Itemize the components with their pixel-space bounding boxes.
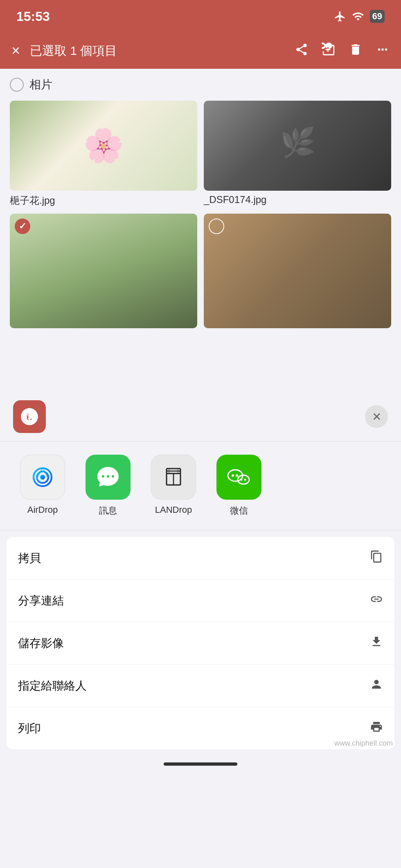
share-app-landrop[interactable]: LANDrop [141,455,206,517]
share-link-icon [370,593,383,609]
photo-thumb-1 [10,101,197,191]
delete-button[interactable] [349,43,363,59]
status-time: 15:53 [16,9,50,24]
copy-label: 拷貝 [18,550,41,566]
svg-point-17 [232,474,234,477]
status-bar: 15:53 69 [0,0,401,33]
svg-point-21 [244,479,246,481]
share-source-row: ✕ [0,389,401,442]
messages-label: 訊息 [99,505,117,517]
photo-item-4[interactable] [204,214,391,328]
airplane-icon [334,10,346,23]
share-close-button[interactable]: ✕ [365,405,388,428]
home-indicator [0,758,401,769]
battery-indicator: 69 [370,10,385,23]
add-to-album-button[interactable] [322,43,336,59]
print-icon [370,720,383,736]
share-link-label: 分享連結 [18,593,64,609]
assign-contact-icon [370,678,383,694]
share-app-airdrop[interactable]: AirDrop [10,455,75,517]
svg-point-20 [241,479,243,481]
watermark: www.chiphell.com [334,739,393,748]
toolbar: × 已選取 1 個項目 [0,33,401,69]
section-header: 相片 [10,77,391,92]
photo-section: 相片 梔子花.jpg _DSF0174.jpg [0,69,401,336]
action-save-image[interactable]: 儲存影像 [7,622,394,665]
toolbar-title: 已選取 1 個項目 [30,43,295,59]
share-app-wechat[interactable]: 微信 [206,455,272,517]
wifi-icon [352,10,364,23]
photo-label-2: _DSF0174.jpg [204,194,391,205]
svg-point-3 [40,475,45,480]
photo-label-1: 梔子花.jpg [10,194,197,207]
photo-thumb-4 [204,214,391,328]
print-label: 列印 [18,721,41,736]
photo-item-2[interactable]: _DSF0174.jpg [204,101,391,207]
home-bar [164,762,237,766]
landrop-label: LANDrop [155,505,192,515]
section-radio[interactable] [10,78,24,92]
airdrop-icon [20,455,65,500]
section-title: 相片 [29,77,52,92]
photo-thumb-2 [204,101,391,191]
source-app-icon [13,400,46,433]
save-image-label: 儲存影像 [18,636,64,651]
selection-badge-3 [15,219,30,234]
photo-grid: 梔子花.jpg _DSF0174.jpg [10,101,391,328]
svg-point-18 [236,474,238,477]
close-button[interactable]: × [11,43,20,58]
photo-thumb-3 [10,214,197,328]
battery-level: 69 [372,11,382,22]
photo-item-1[interactable]: 梔子花.jpg [10,101,197,207]
action-copy[interactable]: 拷貝 [7,537,394,579]
landrop-icon [151,455,196,500]
share-sheet: ✕ Ai [0,389,401,772]
copy-icon [370,550,383,566]
action-share-link[interactable]: 分享連結 [7,579,394,622]
toolbar-actions [295,43,390,59]
assign-contact-label: 指定給聯絡人 [18,678,87,694]
share-apps-row: AirDrop 訊息 [0,442,401,530]
messages-icon [86,455,131,500]
save-image-icon [370,635,383,651]
share-button[interactable] [295,43,309,59]
status-icons: 69 [334,10,385,23]
more-button[interactable] [376,43,390,59]
selection-badge-4 [209,219,224,234]
photo-item-3[interactable] [10,214,197,328]
wechat-icon [216,455,261,500]
airdrop-label: AirDrop [27,505,58,515]
share-app-messages[interactable]: 訊息 [75,455,141,517]
wechat-label: 微信 [230,505,248,517]
action-assign-contact[interactable]: 指定給聯絡人 [7,665,394,707]
action-section: 拷貝 分享連結 儲存影像 [7,537,394,749]
close-icon: ✕ [372,410,381,424]
